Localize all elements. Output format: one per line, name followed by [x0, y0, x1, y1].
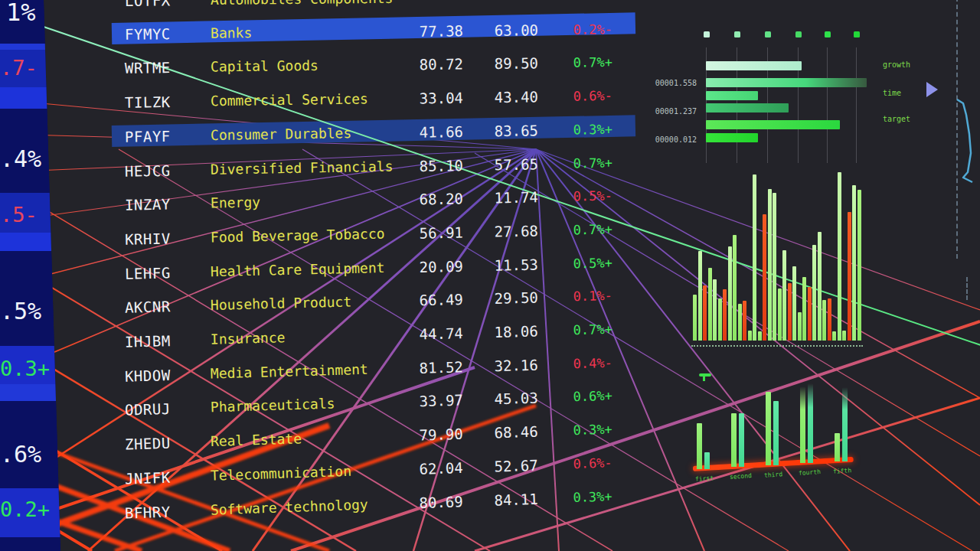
ticker-cell: KRHIV — [125, 227, 171, 250]
sidebar-percent-value: .5- — [0, 203, 38, 227]
change-cell: 0.3%+ — [535, 418, 612, 443]
category-label: first — [695, 474, 714, 483]
table-row[interactable]: TILZKCommercial Services33.0443.400.6%- — [115, 84, 635, 114]
volume-bar — [773, 193, 776, 341]
sidebar-segment — [0, 537, 61, 551]
table-row[interactable]: ZHEDUReal Estate79.9068.460.3%+ — [115, 417, 636, 456]
sector-cell: Media Entertainment — [211, 357, 369, 385]
table-row[interactable]: KHDOWMedia Entertainment81.5232.160.4%- — [115, 350, 636, 388]
ticker-cell: FYMYC — [125, 22, 171, 46]
gridline — [827, 47, 828, 163]
change-cell: 0.3%+ — [535, 484, 612, 510]
value-cell: 84.11 — [457, 487, 538, 513]
price-cell: 81.52 — [382, 355, 463, 380]
play-icon[interactable] — [926, 82, 938, 97]
table-row[interactable]: HEJCGDiversified Financials85.1057.650.7… — [115, 151, 635, 183]
value-cell: 63.00 — [458, 18, 538, 42]
category-label: third — [764, 471, 783, 479]
volume-bar — [822, 300, 826, 341]
volume-bar — [763, 214, 766, 341]
series-label-target: target — [883, 115, 910, 123]
h-bar — [706, 61, 802, 70]
volume-bar — [748, 331, 752, 341]
legend-swatch — [825, 31, 831, 37]
ticker-cell: WRTME — [125, 57, 171, 80]
change-cell: 0.2%- — [536, 18, 612, 41]
period-bar — [731, 413, 737, 467]
sector-cell: Banks — [211, 21, 252, 45]
sector-cell: Insurance — [211, 326, 286, 351]
volume-bar — [788, 283, 792, 341]
value-cell: 29.50 — [457, 286, 538, 311]
price-cell: 79.90 — [382, 422, 463, 448]
sector-cell: Real Estate — [210, 427, 302, 453]
volume-bar — [758, 331, 762, 341]
h-bar — [706, 78, 867, 87]
ticker-cell: ZHEDU — [125, 432, 172, 456]
blue-curve-line — [952, 93, 980, 191]
legend-swatch — [704, 31, 710, 37]
table-row[interactable]: IHJBMInsurance44.7418.060.7%+ — [115, 317, 636, 354]
sector-cell: Health Care Equipment — [211, 256, 385, 283]
sector-cell: Energy — [211, 191, 261, 215]
ticker-cell: JNIFK — [124, 465, 171, 490]
value-cell: 11.53 — [458, 253, 539, 277]
legend-swatch — [765, 31, 771, 37]
change-cell: 0.5%+ — [536, 251, 613, 276]
ticker-cell: TILZK — [125, 90, 171, 114]
period-bar — [697, 423, 702, 469]
table-row[interactable]: INZAYEnergy68.2011.740.5%- — [115, 184, 635, 217]
price-cell: 77.38 — [383, 19, 463, 43]
sidebar-segment — [0, 384, 61, 401]
price-cell: 33.97 — [382, 389, 463, 414]
bar-group — [766, 360, 779, 465]
period-bar — [835, 433, 840, 461]
volume-bar — [778, 289, 782, 341]
sector-cell: Capital Goods — [211, 54, 318, 79]
period-bar — [808, 383, 813, 463]
sector-cell: Commercial Services — [211, 87, 368, 112]
table-row[interactable]: LEHFGHealth Care Equipment20.0911.530.5%… — [115, 250, 636, 285]
volume-bar — [842, 331, 846, 341]
axis-value-label: 00001.237 — [651, 107, 697, 116]
table-row[interactable]: LOTFXAutomobiles Components — [115, 0, 635, 12]
period-bar-chart: firstsecondthirdfourthfifth — [689, 360, 869, 497]
volume-baseline — [691, 345, 863, 347]
price-cell: 85.10 — [383, 154, 464, 178]
growth-bar-chart: growth time target 00001.55800001.237000… — [651, 19, 915, 172]
volume-bar — [832, 331, 836, 341]
volume-bar — [782, 250, 786, 341]
table-row[interactable]: ODRUJPharmaceuticals33.9745.030.6%+ — [115, 383, 636, 422]
volume-bar — [708, 268, 712, 341]
category-label: second — [730, 472, 752, 481]
value-cell: 68.46 — [457, 420, 538, 445]
table-row[interactable]: KRHIVFood Beverage Tobacco56.9127.680.7%… — [115, 217, 635, 251]
volume-bar — [802, 277, 806, 341]
change-cell: 0.6%- — [536, 84, 612, 108]
h-bar — [706, 120, 840, 129]
table-row[interactable]: PFAYFConsumer Durables41.6683.650.3%+ — [115, 117, 635, 148]
volume-bar — [733, 235, 737, 341]
volume-bar — [848, 212, 851, 341]
value-cell: 83.65 — [458, 119, 538, 143]
change-cell: 0.6%+ — [535, 384, 612, 409]
table-row[interactable]: BFHRYSoftware technology80.6984.110.3%+ — [114, 484, 635, 525]
change-cell: 0.7%+ — [536, 51, 612, 74]
sector-cell: Household Product — [211, 291, 352, 317]
series-label-growth: growth — [883, 60, 910, 69]
price-cell: 66.49 — [383, 288, 464, 313]
volume-bar — [753, 174, 756, 341]
volume-bar — [812, 245, 816, 341]
sector-cell: Telecommunication — [210, 460, 351, 487]
table-row[interactable]: WRTMECapital Goods80.7289.500.7%+ — [115, 51, 635, 80]
volume-bar — [703, 285, 707, 341]
price-cell: 41.66 — [383, 120, 463, 145]
table-row[interactable]: JNIFKTelecommunication62.0452.670.6%- — [115, 450, 636, 491]
sector-cell: Automobiles Components — [211, 0, 394, 11]
ticker-cell: BFHRY — [124, 500, 171, 524]
ticker-cell: HEJCG — [125, 158, 171, 182]
axis-value-label: 00001.558 — [651, 79, 697, 87]
table-row[interactable]: AKCNRHousehold Product66.4929.500.1%- — [115, 284, 636, 320]
table-row[interactable]: FYMYCBanks77.3863.000.2%- — [115, 18, 635, 46]
period-bar — [842, 387, 848, 461]
